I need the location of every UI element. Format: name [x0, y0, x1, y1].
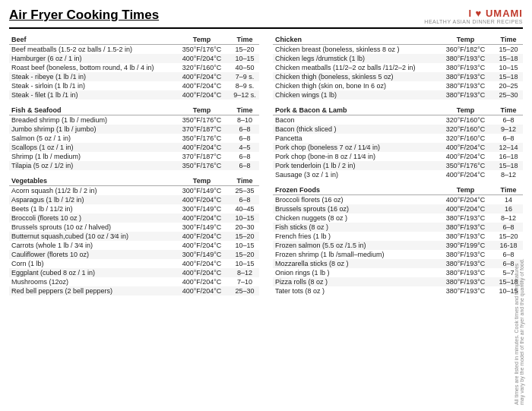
cell-item: Salmon (5 oz / 1 in) [9, 134, 173, 143]
table-row: Acorn squash (11/2 lb / 2 in)300°F/149°C… [9, 186, 259, 196]
cell-item: Mushrooms (12oz) [9, 277, 173, 286]
cell-time: 15–18 [494, 161, 523, 170]
cell-temp: 380°F/193°C [437, 213, 494, 223]
table-row: Chicken thigh (skin on, bone In 6 oz)380… [273, 81, 523, 90]
cell-item: Steak - filet (1 lb /1 in) [9, 90, 173, 100]
cell-item: French fries (1 lb ) [273, 232, 437, 241]
content: Beef Temp Time Beef meatballs (1.5-2 oz … [9, 35, 523, 302]
cell-time: 10–15 [230, 241, 259, 250]
table-row: Red bell peppers (2 bell peppers)400°F/2… [9, 286, 259, 296]
vegetables-table-body: Acorn squash (11/2 lb / 2 in)300°F/149°C… [9, 186, 259, 296]
table-row: Broccoli florets (16 oz)400°F/204°C14 [273, 195, 523, 205]
cell-temp: 380°F/193°C [437, 72, 494, 81]
table-row: Pizza rolls (8 oz )380°F/193°C15–18 [273, 277, 523, 286]
cell-item: Shrimp (1 lb / medium) [9, 152, 173, 161]
cell-time: 15–20 [230, 250, 259, 259]
page-title: Air Fryer Cooking Times [9, 8, 159, 23]
cell-temp: 380°F/193°C [437, 277, 494, 286]
table-row: Chicken breast (boneless, skinless 8 oz … [273, 45, 523, 55]
cell-item: Steak - ribeye (1 lb /1 in) [9, 72, 173, 81]
cell-item: Sausage (3 oz / 1 in) [273, 170, 437, 179]
table-row: Chicken thigh (boneless, skinless 5 oz)3… [273, 72, 523, 81]
cell-time: 15–18 [494, 72, 523, 81]
table-row: Onion rings (1 lb )380°F/193°C5–7 [273, 268, 523, 277]
cell-item: Frozen salmon (5.5 oz /1.5 in) [273, 241, 437, 250]
cell-temp: 400°F/204°C [173, 72, 230, 81]
table-row: Bacon320°F/160°C6–8 [273, 115, 523, 125]
cell-time: 6–8 [230, 161, 259, 170]
cell-time: 8–10 [230, 115, 259, 125]
cell-temp: 400°F/204°C [173, 90, 230, 100]
cell-item: Chicken thigh (skin on, bone In 6 oz) [273, 81, 437, 90]
table-row: Cauliflower (florets 10 oz)300°F/149°C15… [9, 250, 259, 259]
table-row: Frozen shrimp (1 lb /small–medium)380°F/… [273, 250, 523, 259]
table-row: Tater tots (8 oz )380°F/193°C10–15 [273, 286, 523, 296]
cell-item: Jumbo shrimp (1 lb / jumbo) [9, 125, 173, 134]
cell-time: 25–35 [230, 186, 259, 196]
cell-temp: 400°F/204°C [173, 195, 230, 204]
cell-time: 6–8 [230, 195, 259, 204]
cell-item: Pork tenderloin (1 lb / 2 in) [273, 161, 437, 170]
cell-time: 8–12 [494, 213, 523, 223]
cell-time: 15–20 [494, 232, 523, 241]
table-row: Salmon (5 oz / 1 in)350°F/176°C6–8 [9, 134, 259, 143]
frozen-title: Frozen Foods [273, 185, 437, 195]
cell-time: 10–15 [494, 63, 523, 72]
cell-item: Beef meatballs (1.5-2 oz balls / 1.5-2 i… [9, 45, 173, 55]
cell-temp: 400°F/204°C [437, 152, 494, 161]
cell-time: 12–14 [494, 143, 523, 152]
cell-temp: 380°F/193°C [437, 223, 494, 232]
right-column: Chicken Temp Time Chicken breast (bonele… [273, 35, 523, 302]
cell-item: Chicken thigh (boneless, skinless 5 oz) [273, 72, 437, 81]
cell-time: 20–25 [494, 81, 523, 90]
cell-temp: 380°F/193°C [437, 286, 494, 296]
cell-temp: 300°F/149°C [173, 223, 230, 232]
cell-time: 6–8 [230, 125, 259, 134]
table-row: Asparagus (1 lb / 1/2 in)400°F/204°C6–8 [9, 195, 259, 204]
cell-item: Steak - sirloin (1 lb /1 in) [9, 81, 173, 90]
cell-temp: 380°F/193°C [437, 268, 494, 277]
cell-time: 9–12 [494, 125, 523, 134]
pork-time-header: Time [494, 106, 523, 115]
cell-item: Pizza rolls (8 oz ) [273, 277, 437, 286]
cell-temp: 400°F/204°C [173, 81, 230, 90]
cell-time: 25–30 [494, 90, 523, 100]
cell-temp: 300°F/149°C [173, 204, 230, 213]
cell-temp: 350°F/176°C [173, 134, 230, 143]
pork-temp-header: Temp [437, 106, 494, 115]
header: Air Fryer Cooking Times I ♥ UMAMI HEALTH… [9, 8, 523, 29]
cell-temp: 320°F/160°C [437, 134, 494, 143]
cell-item: Pancetta [273, 134, 437, 143]
table-row: Brussels sprouts (10 oz / halved)300°F/1… [9, 223, 259, 232]
cell-temp: 380°F/193°C [437, 81, 494, 90]
frozen-table-body: Broccoli florets (16 oz)400°F/204°C14Bru… [273, 195, 523, 296]
cell-item: Brussels sprouts (16 oz) [273, 204, 437, 213]
cell-item: Hamburger (6 oz / 1 in) [9, 54, 173, 63]
cell-temp: 380°F/193°C [437, 259, 494, 268]
chicken-title: Chicken [273, 35, 437, 45]
cell-temp: 380°F/193°C [437, 232, 494, 241]
section-frozen: Frozen Foods Temp Time Broccoli florets … [273, 185, 523, 296]
table-row: Pork chop (boneless 7 oz / 11⁄4 in)400°F… [273, 143, 523, 152]
table-row: Eggplant (cubed 8 oz / 1 in)400°F/204°C8… [9, 268, 259, 277]
cell-item: Carrots (whole 1 lb / 3⁄4 in) [9, 241, 173, 250]
page: Air Fryer Cooking Times I ♥ UMAMI HEALTH… [0, 0, 532, 411]
table-row: Carrots (whole 1 lb / 3⁄4 in)400°F/204°C… [9, 241, 259, 250]
cell-temp: 400°F/204°C [173, 54, 230, 63]
cell-time: 15–20 [230, 232, 259, 241]
chicken-temp-header: Temp [437, 35, 494, 45]
cell-time: 7–9 s. [230, 72, 259, 81]
cell-item: Brussels sprouts (10 oz / halved) [9, 223, 173, 232]
left-column: Beef Temp Time Beef meatballs (1.5-2 oz … [9, 35, 259, 302]
cell-item: Scallops (1 oz / 1 in) [9, 143, 173, 152]
cell-item: Chicken nuggets (8 oz ) [273, 213, 437, 223]
cell-item: Pork chop (boneless 7 oz / 11⁄4 in) [273, 143, 437, 152]
cell-temp: 380°F/193°C [437, 250, 494, 259]
cell-time: 6–8 [230, 134, 259, 143]
table-row: Mushrooms (12oz)400°F/204°C7–10 [9, 277, 259, 286]
section-fish: Fish & Seafood Temp Time Breaded shrimp … [9, 106, 259, 170]
cell-item: Roast beef (boneless, bottom round, 4 lb… [9, 63, 173, 72]
heart-icon: ♥ [476, 8, 483, 19]
cell-time: 16–18 [494, 152, 523, 161]
table-row: Tilapia (5 oz / 1/2 in)350°F/176°C6–8 [9, 161, 259, 170]
